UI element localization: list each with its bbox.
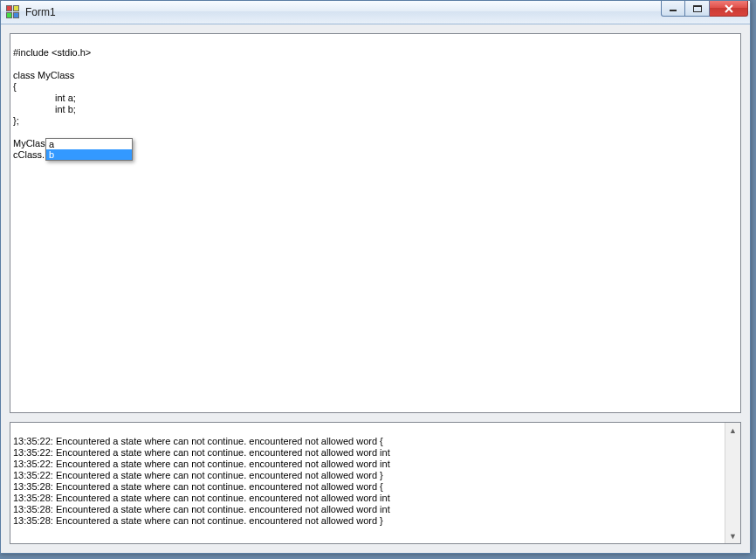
maximize-icon (693, 5, 702, 12)
client-area: #include <stdio.h> class MyClass { int a… (1, 24, 750, 553)
minimize-button[interactable] (661, 1, 685, 17)
log-line: 13:35:22: Encountered a state where can … (13, 436, 383, 446)
log-line: 13:35:28: Encountered a state where can … (13, 481, 383, 492)
log-line: 13:35:28: Encountered a state where can … (13, 504, 390, 514)
svg-rect-0 (670, 10, 677, 11)
autocomplete-popup[interactable]: a b (45, 138, 133, 161)
title-bar[interactable]: Form1 (1, 1, 750, 24)
code-line: }; (13, 115, 19, 126)
app-window: Form1 #include <stdio.h> class MyClass {… (0, 0, 751, 554)
code-line: int b; (55, 104, 76, 114)
close-button[interactable] (710, 1, 748, 17)
log-line: 13:35:28: Encountered a state where can … (13, 493, 390, 503)
code-line: int a; (55, 93, 76, 103)
code-line: { (13, 81, 17, 92)
app-icon (6, 5, 20, 19)
autocomplete-item[interactable]: a (46, 139, 132, 149)
log-content[interactable]: 13:35:22: Encountered a state where can … (10, 423, 725, 543)
log-scrollbar[interactable]: ▲ ▼ (725, 423, 740, 543)
window-title: Form1 (25, 6, 661, 18)
code-editor[interactable]: #include <stdio.h> class MyClass { int a… (10, 33, 741, 413)
log-line: 13:35:22: Encountered a state where can … (13, 470, 383, 480)
autocomplete-item-selected[interactable]: b (46, 149, 132, 160)
log-line: 13:35:22: Encountered a state where can … (13, 459, 390, 469)
svg-rect-2 (693, 5, 702, 7)
minimize-icon (669, 5, 677, 12)
close-icon (724, 4, 734, 13)
log-line: 13:35:28: Encountered a state where can … (13, 515, 383, 526)
log-line: 13:35:22: Encountered a state where can … (13, 447, 390, 458)
code-line: #include <stdio.h> (13, 47, 91, 58)
maximize-button[interactable] (685, 1, 710, 17)
window-controls (661, 1, 748, 24)
code-line: cClass. (13, 149, 45, 160)
scroll-up-icon[interactable]: ▲ (725, 423, 740, 438)
code-line: class MyClass (13, 70, 74, 80)
scroll-down-icon[interactable]: ▼ (725, 528, 740, 543)
log-panel: 13:35:22: Encountered a state where can … (10, 422, 741, 544)
